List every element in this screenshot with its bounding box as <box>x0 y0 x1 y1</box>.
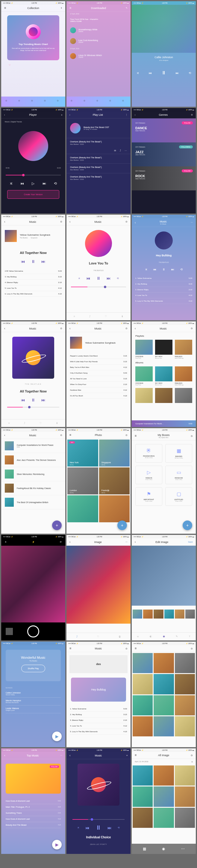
more-icon[interactable]: ⋯ <box>60 754 62 757</box>
image-cell[interactable] <box>133 716 153 736</box>
list-icon[interactable]: ≡ <box>74 315 75 318</box>
back-icon[interactable]: ‹ <box>69 220 70 223</box>
save-button[interactable]: Save <box>188 541 193 543</box>
crop-icon[interactable]: ⧈ <box>137 635 139 638</box>
pause-icon[interactable]: ⏸ <box>161 70 166 75</box>
camera-icon[interactable]: ◉ <box>162 847 165 851</box>
photo-city[interactable]: Frankrijk269 Ha <box>99 467 130 494</box>
track-row[interactable]: Overture (Beauty And The Beast")Alan Men… <box>66 154 131 163</box>
prev-icon[interactable]: ⏮ <box>149 71 152 75</box>
search-icon[interactable]: ⊙ <box>60 327 62 330</box>
close-icon[interactable]: ✕ <box>5 541 7 543</box>
next-icon[interactable]: ⏭ <box>42 181 46 186</box>
progress-slider[interactable] <box>6 175 61 176</box>
track-row[interactable]: 3. Eleanor Rigby2:10 <box>135 287 192 292</box>
image-cell[interactable] <box>175 766 195 785</box>
back-icon[interactable]: ‹ <box>135 114 135 116</box>
image-cell[interactable] <box>154 653 174 673</box>
fab-add[interactable]: + <box>118 521 127 530</box>
back-icon[interactable]: ‹ <box>69 327 70 330</box>
now-playing-card[interactable]: Hey Bulldog <box>71 678 126 702</box>
next-icon[interactable]: ⏭ <box>107 276 111 281</box>
track-row[interactable]: Overture (Beauty And The Beast")Alan Men… <box>66 173 131 183</box>
share-icon[interactable]: ⤴ <box>76 636 77 638</box>
image-cell[interactable] <box>133 808 153 828</box>
song-item[interactable]: Marvin HamptonBrendan Bronsema <box>6 698 61 706</box>
prev-icon[interactable]: ⏮ <box>86 276 90 281</box>
fab-play[interactable]: ▶ <box>52 840 62 849</box>
box-important[interactable]: ⚑IMPORTANT6 Item In Box <box>135 487 162 506</box>
switch-camera-icon[interactable]: ⟳ <box>60 541 62 543</box>
next-icon[interactable]: ⏭ <box>41 259 45 264</box>
more-icon[interactable]: ⋯ <box>125 149 127 152</box>
pause-icon[interactable]: ⏸ <box>31 259 35 264</box>
share-icon[interactable]: ⤴ <box>120 149 121 152</box>
heart-icon[interactable]: ♡ <box>9 64 65 66</box>
filter-option[interactable] <box>164 610 174 619</box>
more-icon[interactable]: ≡ <box>61 114 62 116</box>
box-untitled[interactable]: ▢UNTITLED0 Item In Box <box>165 487 192 506</box>
fab-play[interactable]: ▶ <box>52 732 62 741</box>
featured-card[interactable]: FOLLOW <box>6 764 61 794</box>
track-row[interactable]: 1. Yellow Submarine5:03 <box>135 276 192 281</box>
search-icon[interactable]: ⊙ <box>191 754 193 757</box>
genre-jazz[interactable]: 13 K FollowersJAZZ2663 TRACKSFOLLOWING <box>132 143 196 166</box>
track-row[interactable]: 2. Hey Bulldog3:15 <box>135 281 192 287</box>
search-icon[interactable]: ⊙ <box>126 220 128 223</box>
box-passwords[interactable]: ⛨PASSWORDS26 Item In Box <box>135 444 162 463</box>
track-row[interactable]: Nowhere Man4:12 <box>70 388 127 393</box>
tab-home-icon[interactable]: ⊙ <box>5 99 9 104</box>
image-cell[interactable] <box>133 766 153 785</box>
track-row[interactable]: Pepper's Lonely Hearts Club Band3:15 <box>70 353 127 359</box>
progress-slider[interactable] <box>71 287 126 287</box>
shuffle-button[interactable]: Shuffle Play <box>21 665 45 672</box>
menu-icon[interactable]: ☰ <box>135 754 136 756</box>
image-view[interactable] <box>66 546 131 624</box>
photo-city[interactable]: NEWNew York269 Ha <box>67 439 98 467</box>
progress-slider[interactable] <box>72 819 125 820</box>
fab-add[interactable]: + <box>183 521 192 530</box>
back-icon[interactable]: ‹ <box>135 327 136 330</box>
pause-icon[interactable]: ⏸ <box>96 276 101 281</box>
box-images[interactable]: ▦IMAGES130 Item In Box <box>165 444 192 463</box>
image-cell[interactable] <box>175 716 195 736</box>
download-item[interactable]: Aromatherapy While256MB <box>66 25 131 36</box>
tab-profile-icon[interactable]: ⊙ <box>57 99 61 104</box>
album-item[interactable]: Silver Memories: Reminiscing <box>1 467 65 481</box>
back-icon[interactable]: ‹ <box>69 540 70 544</box>
track-row[interactable]: 5. Lucy In The Sky With Diamonds4:10 <box>135 298 192 304</box>
flash-icon[interactable]: ⚡ <box>32 541 35 543</box>
repeat-icon[interactable]: ⟲ <box>117 277 119 280</box>
track-row[interactable]: 3. Eleanor Rigby2:10 <box>70 717 127 723</box>
track-row[interactable]: How Does A Moment Last4:12 <box>6 816 61 822</box>
filter-icon[interactable]: ◉ <box>163 635 165 638</box>
image-cell[interactable] <box>133 653 153 673</box>
share-icon[interactable]: ⇪ <box>61 7 62 9</box>
mail-icon[interactable]: ✉ <box>114 149 116 152</box>
filter-icon[interactable]: ⚙ <box>191 761 193 763</box>
track-row[interactable]: It's All Too Much4:10 <box>70 393 127 399</box>
playlist-thumb[interactable]: FEELINGSAidan DMSringa <box>175 340 192 359</box>
track-row[interactable]: Something There2:10 <box>6 810 61 816</box>
album-item[interactable]: Computer Incantations for World Peace5:0… <box>1 439 65 453</box>
track-row[interactable]: Only A Northern Song5:03 <box>70 370 127 376</box>
track-row[interactable]: 2. Hey Bulldog3:15 <box>70 712 127 717</box>
follow-button[interactable]: FOLLOW <box>182 121 193 124</box>
image-cell[interactable] <box>175 808 195 828</box>
track-row[interactable]: 3. Hey Bulldog3:15 <box>5 274 62 280</box>
play-icon[interactable]: ▷ <box>32 181 34 186</box>
search-icon[interactable]: ⊙ <box>126 327 128 330</box>
repeat-icon[interactable]: ⟲ <box>189 71 191 75</box>
filter-option[interactable] <box>154 610 163 619</box>
track-row[interactable]: 4. Love You To4:12 <box>135 292 192 298</box>
image-cell[interactable] <box>175 786 195 807</box>
select-icon[interactable]: ▦ <box>143 847 146 851</box>
track-row[interactable]: 4. Love You To4:12 <box>70 723 127 729</box>
track-row[interactable]: 5. Lucy In The Sky With Diamonds4:10 <box>70 729 127 735</box>
shuffle-icon[interactable]: ⤨ <box>9 181 12 186</box>
prev-icon[interactable]: ⏮ <box>20 181 24 186</box>
draw-icon[interactable]: ✎ <box>176 635 178 638</box>
photo-city[interactable] <box>67 495 98 522</box>
repeat-icon[interactable]: ⟲ <box>54 181 57 186</box>
last-photo-thumb[interactable] <box>6 628 13 635</box>
